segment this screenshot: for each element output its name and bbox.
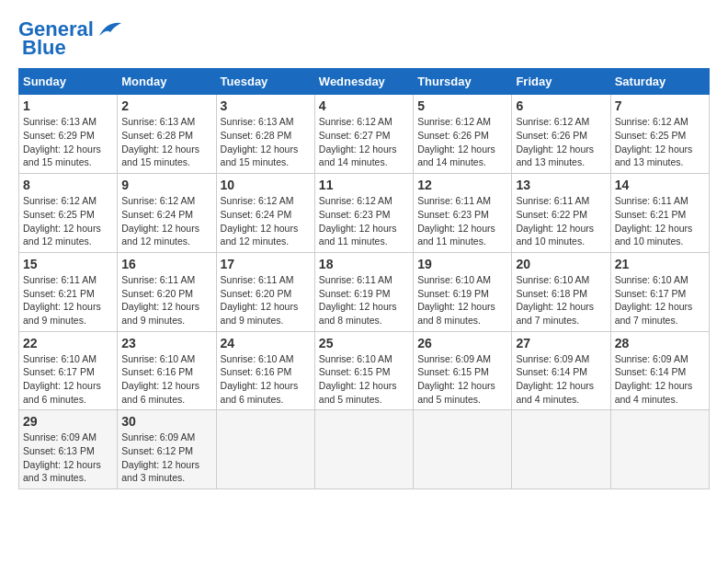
calendar-day-cell: 27Sunrise: 6:09 AMSunset: 6:14 PMDayligh… xyxy=(512,331,610,410)
day-info: Sunrise: 6:11 AMSunset: 6:21 PMDaylight:… xyxy=(23,273,113,327)
calendar-day-cell: 1Sunrise: 6:13 AMSunset: 6:29 PMDaylight… xyxy=(19,95,118,174)
day-number: 6 xyxy=(516,98,606,113)
calendar-day-cell: 14Sunrise: 6:11 AMSunset: 6:21 PMDayligh… xyxy=(610,174,709,253)
calendar-day-cell: 5Sunrise: 6:12 AMSunset: 6:26 PMDaylight… xyxy=(414,95,512,174)
day-info: Sunrise: 6:11 AMSunset: 6:20 PMDaylight:… xyxy=(221,273,311,327)
day-info: Sunrise: 6:10 AMSunset: 6:16 PMDaylight:… xyxy=(221,352,311,407)
header-monday: Monday xyxy=(118,69,216,95)
day-info: Sunrise: 6:10 AMSunset: 6:17 PMDaylight:… xyxy=(615,273,705,327)
calendar-day-cell: 25Sunrise: 6:10 AMSunset: 6:15 PMDayligh… xyxy=(314,331,413,410)
calendar-day-cell: 7Sunrise: 6:12 AMSunset: 6:25 PMDaylight… xyxy=(610,95,709,174)
day-info: Sunrise: 6:09 AMSunset: 6:15 PMDaylight:… xyxy=(417,352,507,407)
empty-cell xyxy=(314,410,413,489)
day-number: 22 xyxy=(23,336,113,350)
day-info: Sunrise: 6:12 AMSunset: 6:25 PMDaylight:… xyxy=(23,194,113,248)
day-info: Sunrise: 6:12 AMSunset: 6:27 PMDaylight:… xyxy=(319,115,409,169)
calendar-header-row: SundayMondayTuesdayWednesdayThursdayFrid… xyxy=(19,69,710,95)
day-number: 20 xyxy=(516,257,606,271)
day-number: 26 xyxy=(417,336,507,350)
day-number: 30 xyxy=(121,414,211,429)
calendar-day-cell: 16Sunrise: 6:11 AMSunset: 6:20 PMDayligh… xyxy=(118,252,216,331)
day-number: 14 xyxy=(615,178,705,192)
calendar-day-cell: 6Sunrise: 6:12 AMSunset: 6:26 PMDaylight… xyxy=(512,95,610,174)
calendar-day-cell: 26Sunrise: 6:09 AMSunset: 6:15 PMDayligh… xyxy=(414,331,512,410)
day-info: Sunrise: 6:12 AMSunset: 6:23 PMDaylight:… xyxy=(319,194,409,248)
day-info: Sunrise: 6:10 AMSunset: 6:15 PMDaylight:… xyxy=(319,352,409,407)
day-number: 27 xyxy=(516,336,606,350)
empty-cell xyxy=(610,410,709,489)
day-number: 28 xyxy=(615,336,705,350)
day-info: Sunrise: 6:11 AMSunset: 6:23 PMDaylight:… xyxy=(417,194,507,248)
calendar-week-row: 22Sunrise: 6:10 AMSunset: 6:17 PMDayligh… xyxy=(19,331,710,410)
calendar-day-cell: 13Sunrise: 6:11 AMSunset: 6:22 PMDayligh… xyxy=(512,174,610,253)
day-number: 8 xyxy=(23,178,113,192)
day-number: 17 xyxy=(221,257,311,271)
header-thursday: Thursday xyxy=(414,69,512,95)
day-number: 23 xyxy=(121,336,211,350)
calendar-day-cell: 17Sunrise: 6:11 AMSunset: 6:20 PMDayligh… xyxy=(216,252,314,331)
calendar-day-cell: 19Sunrise: 6:10 AMSunset: 6:19 PMDayligh… xyxy=(414,252,512,331)
day-info: Sunrise: 6:09 AMSunset: 6:12 PMDaylight:… xyxy=(121,431,211,485)
calendar-day-cell: 4Sunrise: 6:12 AMSunset: 6:27 PMDaylight… xyxy=(314,95,413,174)
day-info: Sunrise: 6:09 AMSunset: 6:13 PMDaylight:… xyxy=(23,431,113,485)
calendar-day-cell: 28Sunrise: 6:09 AMSunset: 6:14 PMDayligh… xyxy=(610,331,709,410)
calendar-day-cell: 24Sunrise: 6:10 AMSunset: 6:16 PMDayligh… xyxy=(216,331,314,410)
day-info: Sunrise: 6:11 AMSunset: 6:20 PMDaylight:… xyxy=(121,273,211,327)
day-number: 29 xyxy=(23,414,113,429)
header-wednesday: Wednesday xyxy=(314,69,413,95)
logo: General Blue xyxy=(18,18,125,59)
calendar-week-row: 1Sunrise: 6:13 AMSunset: 6:29 PMDaylight… xyxy=(19,95,710,174)
day-info: Sunrise: 6:13 AMSunset: 6:28 PMDaylight:… xyxy=(121,115,211,169)
calendar-day-cell: 2Sunrise: 6:13 AMSunset: 6:28 PMDaylight… xyxy=(118,95,216,174)
day-info: Sunrise: 6:12 AMSunset: 6:24 PMDaylight:… xyxy=(121,194,211,248)
calendar-day-cell: 11Sunrise: 6:12 AMSunset: 6:23 PMDayligh… xyxy=(314,174,413,253)
logo-blue-text: Blue xyxy=(22,36,66,59)
day-info: Sunrise: 6:13 AMSunset: 6:29 PMDaylight:… xyxy=(23,115,113,169)
day-number: 15 xyxy=(23,257,113,271)
day-number: 11 xyxy=(319,178,409,192)
day-info: Sunrise: 6:09 AMSunset: 6:14 PMDaylight:… xyxy=(516,352,606,407)
day-info: Sunrise: 6:10 AMSunset: 6:16 PMDaylight:… xyxy=(121,352,211,407)
calendar-day-cell: 21Sunrise: 6:10 AMSunset: 6:17 PMDayligh… xyxy=(610,252,709,331)
calendar-week-row: 29Sunrise: 6:09 AMSunset: 6:13 PMDayligh… xyxy=(19,410,710,489)
day-info: Sunrise: 6:12 AMSunset: 6:26 PMDaylight:… xyxy=(417,115,507,169)
calendar-day-cell: 15Sunrise: 6:11 AMSunset: 6:21 PMDayligh… xyxy=(19,252,118,331)
calendar-day-cell: 29Sunrise: 6:09 AMSunset: 6:13 PMDayligh… xyxy=(19,410,118,489)
calendar-day-cell: 23Sunrise: 6:10 AMSunset: 6:16 PMDayligh… xyxy=(118,331,216,410)
day-info: Sunrise: 6:10 AMSunset: 6:17 PMDaylight:… xyxy=(23,352,113,407)
empty-cell xyxy=(216,410,314,489)
day-number: 1 xyxy=(23,98,113,113)
empty-cell xyxy=(512,410,610,489)
day-number: 2 xyxy=(121,98,211,113)
day-number: 9 xyxy=(121,178,211,192)
header-saturday: Saturday xyxy=(610,69,709,95)
day-number: 7 xyxy=(615,98,705,113)
day-info: Sunrise: 6:12 AMSunset: 6:24 PMDaylight:… xyxy=(221,194,311,248)
calendar-day-cell: 22Sunrise: 6:10 AMSunset: 6:17 PMDayligh… xyxy=(19,331,118,410)
day-number: 4 xyxy=(319,98,409,113)
header-tuesday: Tuesday xyxy=(216,69,314,95)
day-number: 16 xyxy=(121,257,211,271)
page-header: General Blue xyxy=(18,18,710,59)
day-info: Sunrise: 6:09 AMSunset: 6:14 PMDaylight:… xyxy=(615,352,705,407)
day-number: 13 xyxy=(516,178,606,192)
day-info: Sunrise: 6:11 AMSunset: 6:19 PMDaylight:… xyxy=(319,273,409,327)
calendar-day-cell: 3Sunrise: 6:13 AMSunset: 6:28 PMDaylight… xyxy=(216,95,314,174)
day-info: Sunrise: 6:11 AMSunset: 6:22 PMDaylight:… xyxy=(516,194,606,248)
calendar-week-row: 15Sunrise: 6:11 AMSunset: 6:21 PMDayligh… xyxy=(19,252,710,331)
calendar-day-cell: 18Sunrise: 6:11 AMSunset: 6:19 PMDayligh… xyxy=(314,252,413,331)
empty-cell xyxy=(414,410,512,489)
header-sunday: Sunday xyxy=(19,69,118,95)
calendar-week-row: 8Sunrise: 6:12 AMSunset: 6:25 PMDaylight… xyxy=(19,174,710,253)
day-info: Sunrise: 6:13 AMSunset: 6:28 PMDaylight:… xyxy=(221,115,311,169)
day-info: Sunrise: 6:11 AMSunset: 6:21 PMDaylight:… xyxy=(615,194,705,248)
day-number: 25 xyxy=(319,336,409,350)
day-number: 19 xyxy=(417,257,507,271)
calendar-table: SundayMondayTuesdayWednesdayThursdayFrid… xyxy=(18,68,710,489)
day-number: 21 xyxy=(615,257,705,271)
calendar-day-cell: 9Sunrise: 6:12 AMSunset: 6:24 PMDaylight… xyxy=(118,174,216,253)
day-number: 10 xyxy=(221,178,311,192)
day-info: Sunrise: 6:12 AMSunset: 6:26 PMDaylight:… xyxy=(516,115,606,169)
day-number: 18 xyxy=(319,257,409,271)
day-number: 12 xyxy=(417,178,507,192)
